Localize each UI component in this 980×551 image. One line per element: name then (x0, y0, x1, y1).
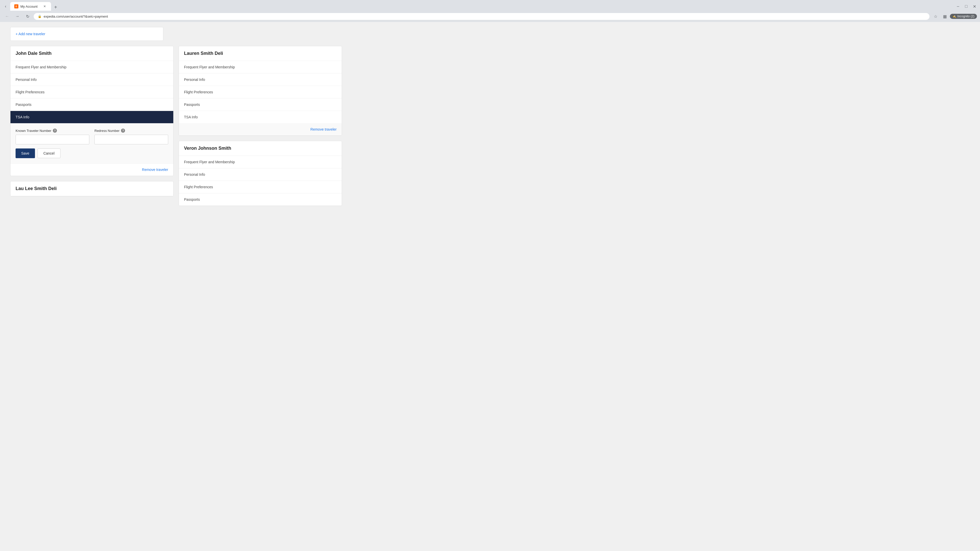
incognito-icon: 🕵 (953, 14, 956, 18)
veron-flight-preferences[interactable]: Flight Preferences (179, 181, 342, 193)
known-traveler-field: Known Traveler Number ? (16, 129, 89, 144)
known-traveler-help-icon[interactable]: ? (53, 129, 57, 133)
add-traveler-button[interactable]: + Add new traveler (10, 27, 163, 41)
known-traveler-label-row: Known Traveler Number ? (16, 129, 89, 133)
tab-title: My Account (21, 5, 40, 8)
john-frequent-flyer[interactable]: Frequent Flyer and Membership (11, 61, 173, 73)
incognito-label: Incognito (2) (957, 14, 974, 18)
known-traveler-label: Known Traveler Number (16, 129, 51, 133)
form-fields-row: Known Traveler Number ? Redress Number ? (16, 129, 168, 144)
cancel-button[interactable]: Cancel (38, 148, 60, 158)
tab-close-button[interactable]: ✕ (42, 4, 47, 9)
tab-favicon: E (14, 4, 18, 8)
bookmark-button[interactable]: ☆ (932, 12, 940, 21)
veron-johnson-smith-name: Veron Johnson Smith (179, 141, 342, 156)
reload-button[interactable]: ↻ (24, 12, 32, 21)
tab-bar: ‹ E My Account ✕ + – □ ✕ (0, 0, 980, 11)
tsa-form: Known Traveler Number ? Redress Number ? (11, 124, 173, 164)
split-screen-button[interactable]: ▦ (941, 12, 949, 21)
john-personal-info[interactable]: Personal Info (11, 73, 173, 86)
john-remove-row: Remove traveler (11, 164, 173, 176)
active-tab[interactable]: E My Account ✕ (10, 2, 51, 11)
redress-label: Redress Number (94, 129, 119, 133)
address-bar-row: ← → ↻ 🔒 expedia.com/user/account/?&selc=… (0, 11, 980, 22)
browser-chrome: ‹ E My Account ✕ + – □ ✕ ← → ↻ 🔒 expedia… (0, 0, 980, 22)
lauren-passports[interactable]: Passports (179, 98, 342, 111)
form-buttons: Save Cancel (16, 148, 168, 158)
redress-input[interactable] (94, 135, 168, 144)
tab-nav-prev[interactable]: ‹ (2, 3, 9, 10)
veron-passports[interactable]: Passports (179, 193, 342, 206)
lauren-smith-deli-name: Lauren Smith Deli (179, 46, 342, 61)
save-button[interactable]: Save (16, 148, 35, 158)
lauren-smith-deli-card: Lauren Smith Deli Frequent Flyer and Mem… (179, 46, 342, 136)
john-tsa-info[interactable]: TSA Info (11, 111, 173, 124)
back-button[interactable]: ← (3, 12, 11, 21)
toolbar-icons: ☆ ▦ 🕵 Incognito (2) (932, 12, 977, 21)
forward-button[interactable]: → (13, 12, 21, 21)
lauren-remove-row: Remove traveler (179, 123, 342, 135)
left-column: John Dale Smith Frequent Flyer and Membe… (10, 46, 173, 206)
lauren-frequent-flyer[interactable]: Frequent Flyer and Membership (179, 61, 342, 73)
minimize-button[interactable]: – (955, 3, 962, 10)
restore-button[interactable]: □ (963, 3, 970, 10)
known-traveler-input[interactable] (16, 135, 89, 144)
tabs-area: E My Account ✕ + (10, 2, 953, 11)
close-window-button[interactable]: ✕ (971, 3, 978, 10)
window-controls: – □ ✕ (955, 3, 978, 10)
right-column: Lauren Smith Deli Frequent Flyer and Mem… (179, 46, 342, 206)
new-tab-button[interactable]: + (52, 3, 59, 11)
lauren-personal-info[interactable]: Personal Info (179, 73, 342, 86)
lauren-flight-preferences[interactable]: Flight Preferences (179, 86, 342, 98)
address-bar[interactable]: 🔒 expedia.com/user/account/?&selc=paymen… (34, 13, 929, 20)
lauren-tsa-info[interactable]: TSA Info (179, 111, 342, 123)
redress-field: Redress Number ? (94, 129, 168, 144)
page-content: + Add new traveler John Dale Smith Frequ… (0, 22, 980, 551)
lauren-remove-traveler-link[interactable]: Remove traveler (310, 127, 337, 131)
john-dale-smith-name: John Dale Smith (11, 46, 173, 61)
john-dale-smith-card: John Dale Smith Frequent Flyer and Membe… (10, 46, 173, 176)
veron-frequent-flyer[interactable]: Frequent Flyer and Membership (179, 156, 342, 168)
lock-icon: 🔒 (38, 14, 41, 18)
lau-lee-smith-deli-card: Lau Lee Smith Deli (10, 181, 173, 197)
john-flight-preferences[interactable]: Flight Preferences (11, 86, 173, 98)
john-passports[interactable]: Passports (11, 98, 173, 111)
veron-personal-info[interactable]: Personal Info (179, 168, 342, 181)
redress-help-icon[interactable]: ? (121, 129, 125, 133)
incognito-badge[interactable]: 🕵 Incognito (2) (950, 14, 977, 19)
lau-lee-smith-deli-name: Lau Lee Smith Deli (11, 181, 173, 196)
redress-label-row: Redress Number ? (94, 129, 168, 133)
john-remove-traveler-link[interactable]: Remove traveler (142, 168, 168, 171)
veron-johnson-smith-card: Veron Johnson Smith Frequent Flyer and M… (179, 141, 342, 206)
travelers-grid: John Dale Smith Frequent Flyer and Membe… (10, 46, 342, 206)
url-text: expedia.com/user/account/?&selc=payment (44, 14, 925, 18)
